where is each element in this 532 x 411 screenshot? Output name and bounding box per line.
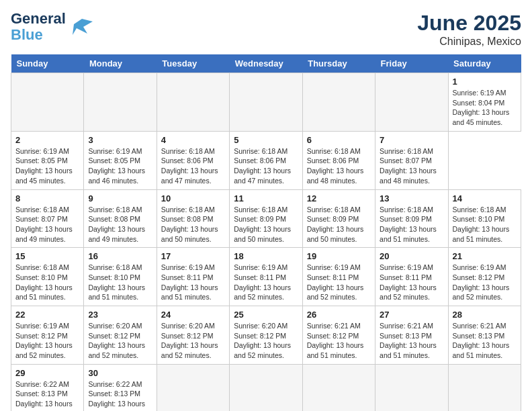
calendar-cell: 18Sunrise: 6:19 AMSunset: 8:11 PMDayligh… [230, 248, 302, 306]
day-number: 13 [380, 193, 443, 203]
calendar-cell: 5Sunrise: 6:18 AMSunset: 8:06 PMDaylight… [230, 131, 302, 189]
day-info: Sunrise: 6:18 AMSunset: 8:06 PMDaylight:… [161, 146, 225, 186]
week-row-2: 2Sunrise: 6:19 AMSunset: 8:05 PMDaylight… [11, 131, 521, 189]
day-number: 8 [15, 193, 79, 203]
day-info: Sunrise: 6:19 AMSunset: 8:12 PMDaylight:… [453, 263, 517, 302]
calendar-cell: 10Sunrise: 6:18 AMSunset: 8:08 PMDayligh… [157, 189, 229, 248]
title-area: June 2025 Chinipas, Mexico [417, 11, 521, 48]
calendar-cell: 22Sunrise: 6:19 AMSunset: 8:12 PMDayligh… [11, 306, 84, 365]
day-info: Sunrise: 6:21 AMSunset: 8:13 PMDaylight:… [453, 321, 517, 361]
calendar-cell: 27Sunrise: 6:21 AMSunset: 8:13 PMDayligh… [375, 306, 448, 365]
day-number: 11 [234, 193, 298, 203]
calendar-cell [11, 73, 84, 132]
day-info: Sunrise: 6:18 AMSunset: 8:08 PMDaylight:… [88, 205, 152, 244]
logo-general: General [11, 10, 66, 27]
day-number: 15 [15, 251, 79, 261]
day-number: 16 [88, 251, 152, 261]
day-info: Sunrise: 6:18 AMSunset: 8:09 PMDaylight:… [380, 205, 443, 244]
calendar-cell [302, 364, 375, 411]
calendar-cell: 3Sunrise: 6:19 AMSunset: 8:05 PMDaylight… [84, 131, 157, 189]
day-info: Sunrise: 6:22 AMSunset: 8:13 PMDaylight:… [15, 379, 79, 411]
day-info: Sunrise: 6:20 AMSunset: 8:12 PMDaylight:… [234, 321, 298, 361]
calendar-cell: 19Sunrise: 6:19 AMSunset: 8:11 PMDayligh… [302, 248, 375, 306]
calendar-cell [230, 364, 302, 411]
calendar-cell: 12Sunrise: 6:18 AMSunset: 8:09 PMDayligh… [302, 189, 375, 248]
day-info: Sunrise: 6:19 AMSunset: 8:04 PMDaylight:… [453, 88, 517, 128]
day-number: 7 [380, 135, 443, 145]
day-number: 9 [88, 193, 152, 203]
calendar-cell: 16Sunrise: 6:18 AMSunset: 8:10 PMDayligh… [84, 248, 157, 306]
day-info: Sunrise: 6:18 AMSunset: 8:10 PMDaylight:… [15, 263, 79, 302]
day-number: 19 [307, 251, 371, 261]
day-number: 6 [307, 135, 371, 145]
day-number: 1 [453, 77, 517, 87]
calendar-cell [375, 364, 448, 411]
day-info: Sunrise: 6:18 AMSunset: 8:09 PMDaylight:… [234, 205, 298, 244]
calendar-cell [84, 73, 157, 132]
header: General Blue June 2025 Chinipas, Mexico [11, 11, 521, 48]
day-number: 3 [88, 135, 152, 145]
week-row-5: 22Sunrise: 6:19 AMSunset: 8:12 PMDayligh… [11, 306, 521, 365]
day-number: 22 [15, 310, 79, 320]
weekday-header-wednesday: Wednesday [230, 54, 302, 73]
day-info: Sunrise: 6:18 AMSunset: 8:06 PMDaylight:… [234, 146, 298, 186]
month-title: June 2025 [417, 11, 521, 36]
day-number: 30 [88, 368, 152, 378]
calendar-cell [302, 73, 375, 132]
calendar-cell: 28Sunrise: 6:21 AMSunset: 8:13 PMDayligh… [448, 306, 521, 365]
week-row-6: 29Sunrise: 6:22 AMSunset: 8:13 PMDayligh… [11, 364, 521, 411]
calendar-cell: 24Sunrise: 6:20 AMSunset: 8:12 PMDayligh… [157, 306, 229, 365]
weekday-header-row: SundayMondayTuesdayWednesdayThursdayFrid… [11, 54, 521, 73]
day-number: 26 [307, 310, 371, 320]
day-number: 10 [161, 193, 225, 203]
day-number: 28 [453, 310, 517, 320]
day-number: 24 [161, 310, 225, 320]
day-number: 21 [453, 251, 517, 261]
week-row-3: 8Sunrise: 6:18 AMSunset: 8:07 PMDaylight… [11, 189, 521, 248]
day-info: Sunrise: 6:18 AMSunset: 8:06 PMDaylight:… [307, 146, 371, 186]
calendar-cell: 2Sunrise: 6:19 AMSunset: 8:05 PMDaylight… [11, 131, 84, 189]
day-number: 5 [234, 135, 298, 145]
day-number: 12 [307, 193, 371, 203]
day-info: Sunrise: 6:18 AMSunset: 8:10 PMDaylight:… [88, 263, 152, 302]
weekday-header-friday: Friday [375, 54, 448, 73]
calendar-cell: 11Sunrise: 6:18 AMSunset: 8:09 PMDayligh… [230, 189, 302, 248]
day-number: 18 [234, 251, 298, 261]
day-info: Sunrise: 6:19 AMSunset: 8:05 PMDaylight:… [88, 146, 152, 186]
calendar-cell: 21Sunrise: 6:19 AMSunset: 8:12 PMDayligh… [448, 248, 521, 306]
day-info: Sunrise: 6:18 AMSunset: 8:10 PMDaylight:… [453, 205, 517, 244]
weekday-header-thursday: Thursday [302, 54, 375, 73]
day-info: Sunrise: 6:19 AMSunset: 8:11 PMDaylight:… [380, 263, 443, 302]
calendar-cell: 23Sunrise: 6:20 AMSunset: 8:12 PMDayligh… [84, 306, 157, 365]
calendar-cell [375, 73, 448, 132]
calendar-cell: 13Sunrise: 6:18 AMSunset: 8:09 PMDayligh… [375, 189, 448, 248]
day-info: Sunrise: 6:19 AMSunset: 8:11 PMDaylight:… [234, 263, 298, 302]
day-info: Sunrise: 6:21 AMSunset: 8:13 PMDaylight:… [380, 321, 443, 361]
calendar-cell: 8Sunrise: 6:18 AMSunset: 8:07 PMDaylight… [11, 189, 84, 248]
weekday-header-tuesday: Tuesday [157, 54, 229, 73]
weekday-header-saturday: Saturday [448, 54, 521, 73]
calendar-cell [157, 364, 229, 411]
day-info: Sunrise: 6:22 AMSunset: 8:13 PMDaylight:… [88, 379, 152, 411]
calendar-cell [448, 364, 521, 411]
calendar-cell: 6Sunrise: 6:18 AMSunset: 8:06 PMDaylight… [302, 131, 375, 189]
day-number: 27 [380, 310, 443, 320]
logo-bird-icon [69, 15, 93, 39]
day-number: 14 [453, 193, 517, 203]
day-info: Sunrise: 6:21 AMSunset: 8:12 PMDaylight:… [307, 321, 371, 361]
calendar-cell: 25Sunrise: 6:20 AMSunset: 8:12 PMDayligh… [230, 306, 302, 365]
day-info: Sunrise: 6:19 AMSunset: 8:05 PMDaylight:… [15, 146, 79, 186]
calendar-cell: 1Sunrise: 6:19 AMSunset: 8:04 PMDaylight… [448, 73, 521, 132]
calendar-cell: 26Sunrise: 6:21 AMSunset: 8:12 PMDayligh… [302, 306, 375, 365]
weekday-header-sunday: Sunday [11, 54, 84, 73]
day-info: Sunrise: 6:19 AMSunset: 8:11 PMDaylight:… [307, 263, 371, 302]
calendar-cell: 20Sunrise: 6:19 AMSunset: 8:11 PMDayligh… [375, 248, 448, 306]
logo-blue: Blue [11, 26, 43, 43]
day-info: Sunrise: 6:19 AMSunset: 8:11 PMDaylight:… [161, 263, 225, 302]
day-number: 17 [161, 251, 225, 261]
calendar-cell: 15Sunrise: 6:18 AMSunset: 8:10 PMDayligh… [11, 248, 84, 306]
day-info: Sunrise: 6:18 AMSunset: 8:07 PMDaylight:… [15, 205, 79, 244]
week-row-1: 1Sunrise: 6:19 AMSunset: 8:04 PMDaylight… [11, 73, 521, 132]
day-number: 29 [15, 368, 79, 378]
day-number: 2 [15, 135, 79, 145]
